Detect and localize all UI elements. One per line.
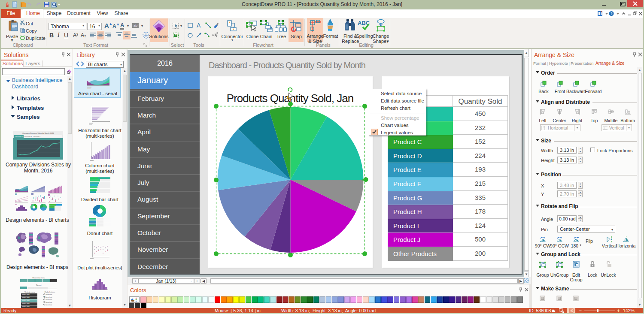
svg-text:?: ? (610, 12, 612, 16)
svg-text:T: T (175, 34, 177, 37)
